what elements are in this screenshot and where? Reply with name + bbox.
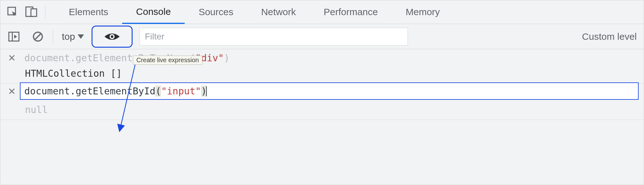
expression-result: null bbox=[0, 104, 644, 115]
inspect-icon[interactable] bbox=[5, 4, 21, 20]
main-tabbar: Elements Console Sources Network Perform… bbox=[0, 0, 644, 24]
tab-memory[interactable]: Memory bbox=[392, 0, 454, 24]
log-levels-dropdown[interactable]: Custom level bbox=[582, 31, 638, 42]
tooltip-live-expression: Create live expression bbox=[133, 56, 202, 65]
text-caret bbox=[206, 86, 207, 96]
svg-point-8 bbox=[111, 35, 113, 38]
expression-result: HTMLCollection [] bbox=[0, 68, 644, 79]
context-label: top bbox=[62, 31, 75, 42]
tab-console[interactable]: Console bbox=[122, 0, 185, 24]
tab-elements[interactable]: Elements bbox=[55, 0, 122, 24]
clear-console-icon[interactable] bbox=[30, 29, 46, 45]
live-expression-row: ✕ document.getElementById("input") null bbox=[0, 84, 644, 120]
sidebar-toggle-icon[interactable] bbox=[6, 29, 22, 45]
device-toggle-icon[interactable] bbox=[24, 4, 39, 20]
console-toolbar: top Custom level Create live expression bbox=[0, 24, 644, 49]
svg-rect-3 bbox=[9, 32, 19, 41]
close-icon[interactable]: ✕ bbox=[5, 87, 18, 96]
tab-sources[interactable]: Sources bbox=[185, 0, 247, 24]
svg-rect-2 bbox=[31, 9, 37, 16]
tab-network[interactable]: Network bbox=[247, 0, 310, 24]
close-icon[interactable]: ✕ bbox=[5, 53, 18, 63]
eye-icon bbox=[103, 31, 121, 42]
live-expressions-area: ✕ document.getElementsByTagName("div") H… bbox=[0, 49, 644, 120]
filter-input[interactable] bbox=[140, 28, 408, 45]
separator bbox=[53, 30, 53, 44]
chevron-down-icon bbox=[78, 34, 84, 39]
live-expression-button[interactable] bbox=[92, 26, 133, 48]
expression-editor[interactable]: document.getElementById("input") bbox=[20, 82, 639, 100]
tab-performance[interactable]: Performance bbox=[310, 0, 392, 24]
separator bbox=[45, 6, 45, 18]
context-selector[interactable]: top bbox=[60, 31, 86, 42]
live-expression-row: ✕ document.getElementsByTagName("div") H… bbox=[0, 49, 644, 84]
svg-line-6 bbox=[35, 34, 41, 39]
